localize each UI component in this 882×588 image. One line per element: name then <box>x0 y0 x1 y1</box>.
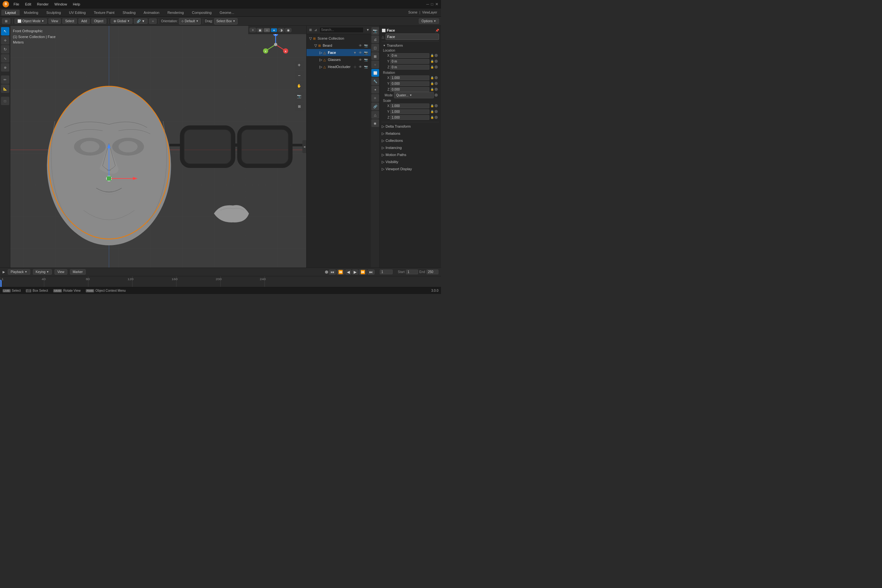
tab-rendering[interactable]: Rendering <box>164 10 188 15</box>
loc-x-anim[interactable] <box>435 54 438 57</box>
rot-y-lock[interactable]: 🔒 <box>430 81 434 86</box>
scene-props-tab[interactable]: ▦ <box>371 52 379 60</box>
scale-y-field[interactable]: 1.000 <box>390 109 429 114</box>
blender-logo[interactable]: B <box>3 1 9 8</box>
play-btn[interactable]: ▶ <box>352 270 358 274</box>
end-frame-input[interactable]: 250 <box>426 270 439 274</box>
transform-header[interactable]: Transform <box>380 43 440 48</box>
grid-btn[interactable]: ⊞ <box>295 102 304 111</box>
scale-x-field[interactable]: 1.000 <box>390 104 429 108</box>
playback-menu-btn[interactable]: Playback ▼ <box>8 269 30 274</box>
transform-btn[interactable]: ⊕ Global ▼ <box>111 18 133 24</box>
timeline-content[interactable]: 1 40 80 120 160 200 240 <box>0 276 441 287</box>
relations-header[interactable]: ▷ Relations <box>380 130 440 137</box>
mode-select-btn[interactable]: ⬜ Object Mode ▼ <box>15 18 47 24</box>
shading-material-btn[interactable]: ◑ <box>278 28 284 32</box>
outliner-beard-item[interactable]: ▽ ⊞ Beard 👁 📷 <box>307 42 371 49</box>
xray-btn[interactable]: ▣ <box>256 28 263 32</box>
add-menu-btn[interactable]: Add <box>78 18 90 24</box>
tab-texture-paint[interactable]: Texture Paint <box>90 10 118 15</box>
step-fwd-btn[interactable]: ⏩ <box>359 270 367 274</box>
scale-x-anim[interactable] <box>435 104 438 107</box>
outliner-face-item[interactable]: ▷ △ Face ▼ 👁 📷 <box>307 49 371 56</box>
rot-x-anim[interactable] <box>435 76 438 79</box>
glasses-render-btn[interactable]: 📷 <box>364 57 368 62</box>
tab-uv-editing[interactable]: UV Editing <box>65 10 90 15</box>
face-render-btn[interactable]: 📷 <box>364 50 368 55</box>
select-menu-btn[interactable]: Select <box>62 18 77 24</box>
object-menu-btn[interactable]: Object <box>91 18 106 24</box>
viewport-display-header[interactable]: ▷ Viewport Display <box>380 165 440 172</box>
loc-y-lock[interactable]: 🔒 <box>430 59 434 63</box>
tab-geometry[interactable]: Geome... <box>216 10 238 15</box>
orientation-select[interactable]: ⊹ Default ▼ <box>179 18 201 24</box>
maximize-button[interactable]: □ <box>431 2 433 6</box>
sidebar-collapse-btn[interactable]: ◀ <box>302 140 306 153</box>
proportional-btn[interactable]: ○ <box>149 18 157 24</box>
physics-tab[interactable]: ⚛ <box>371 94 379 102</box>
step-back-btn[interactable]: ⏪ <box>336 270 345 274</box>
visibility-header[interactable]: ▷ Visibility <box>380 158 440 165</box>
scene-collection-item[interactable]: ▽ ⊞ Scene Collection <box>307 35 371 42</box>
view-layer-tab[interactable]: ◫ <box>371 44 379 52</box>
shading-render-btn[interactable]: ◉ <box>285 28 291 32</box>
face-filter-icon[interactable]: ▼ <box>352 50 357 55</box>
viewport[interactable]: Front Orthographic (1) Scene Collection … <box>10 26 306 268</box>
rot-mode-anim[interactable] <box>435 93 438 97</box>
scale-y-lock[interactable]: 🔒 <box>430 110 434 114</box>
face-visibility-btn[interactable]: 👁 <box>358 50 363 55</box>
motion-paths-header[interactable]: ▷ Motion Paths <box>380 151 440 158</box>
rot-z-anim[interactable] <box>435 88 438 91</box>
material-tab[interactable]: ◉ <box>371 119 379 127</box>
loc-z-lock[interactable]: 🔒 <box>430 65 434 69</box>
start-frame-input[interactable]: 1 <box>406 270 418 274</box>
scale-y-anim[interactable] <box>435 110 438 113</box>
mesh-name-field[interactable]: Face <box>386 33 439 40</box>
loc-y-field[interactable]: 0 m <box>390 59 429 64</box>
rot-z-field[interactable]: 0.000 <box>390 87 429 92</box>
headocc-vertex-icon[interactable]: ⊹ <box>352 64 357 69</box>
tab-compositing[interactable]: Compositing <box>188 10 215 15</box>
camera-btn[interactable]: 📷 <box>295 92 304 100</box>
rot-x-lock[interactable]: 🔒 <box>430 76 434 80</box>
menu-file[interactable]: File <box>11 2 22 7</box>
editor-type-btn[interactable]: ⊞ <box>2 18 10 24</box>
marker-menu-btn[interactable]: Marker <box>70 269 86 274</box>
tab-animation[interactable]: Animation <box>140 10 164 15</box>
glasses-visibility-btn[interactable]: 👁 <box>358 57 363 62</box>
view-menu-btn-timeline[interactable]: View <box>54 269 68 274</box>
rot-y-field[interactable]: 0.000 <box>390 81 429 86</box>
headocc-visibility-btn[interactable]: 👁 <box>358 64 363 69</box>
delta-transform-header[interactable]: ▷ Delta Transform <box>380 123 440 130</box>
annotate-tool-btn[interactable]: ✏ <box>1 75 9 84</box>
loc-x-field[interactable]: 0 m <box>390 53 429 58</box>
move-tool-btn[interactable]: ✛ <box>1 36 9 45</box>
shading-solid-btn[interactable]: ● <box>271 28 277 32</box>
headocc-render-btn[interactable]: 📷 <box>364 64 368 69</box>
keying-menu-btn[interactable]: Keying ▼ <box>33 269 52 274</box>
scale-x-lock[interactable]: 🔒 <box>430 104 434 108</box>
object-props-tab[interactable]: ⬜ <box>371 69 379 77</box>
add-cube-btn[interactable]: □ <box>1 97 9 105</box>
tab-sculpting[interactable]: Sculpting <box>42 10 65 15</box>
scene-selector[interactable]: Scene <box>408 10 417 14</box>
snapping-btn[interactable]: 🔗 ▼ <box>134 18 148 24</box>
particles-tab[interactable]: ✦ <box>371 86 379 93</box>
measure-tool-btn[interactable]: 📐 <box>1 84 9 93</box>
outliner-search-input[interactable] <box>320 27 364 33</box>
transform-tool-btn[interactable]: ⊕ <box>1 63 9 72</box>
scale-z-field[interactable]: 1.000 <box>390 115 429 120</box>
loc-z-anim[interactable] <box>435 66 438 69</box>
keyframe-indicator[interactable] <box>325 270 328 274</box>
jump-end-btn[interactable]: ⏭ <box>368 270 375 274</box>
rot-mode-select[interactable]: Quater... ▼ <box>394 92 434 98</box>
view-menu-btn[interactable]: View <box>48 18 61 24</box>
rot-x-field[interactable]: 1.000 <box>390 75 429 80</box>
jump-start-btn[interactable]: ⏮ <box>329 270 336 274</box>
pan-btn[interactable]: ✋ <box>295 81 304 90</box>
scale-tool-btn[interactable]: ⤡ <box>1 54 9 63</box>
menu-edit[interactable]: Edit <box>22 2 34 7</box>
current-frame-input[interactable]: 1 <box>380 270 393 274</box>
outliner-headoccluder-item[interactable]: ▷ △ HeadOccluder ⊹ 👁 📷 <box>307 63 371 70</box>
collections-header[interactable]: ▷ Collections <box>380 137 440 144</box>
